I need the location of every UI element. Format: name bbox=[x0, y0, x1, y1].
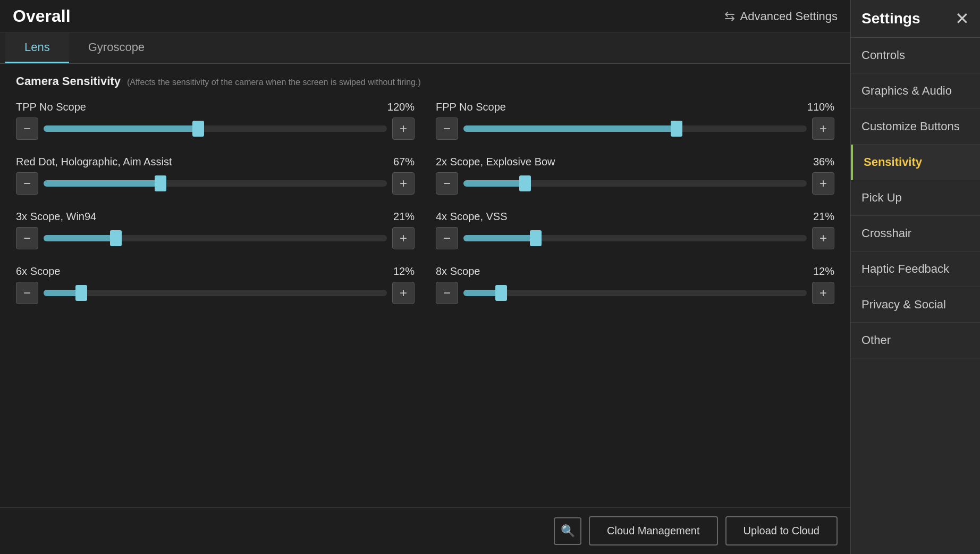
section-title: Camera Sensitivity bbox=[16, 74, 121, 88]
slider-increase-6x-scope[interactable]: + bbox=[392, 282, 415, 304]
slider-label-red-dot: Red Dot, Holographic, Aim Assist bbox=[16, 156, 172, 168]
sidebar-item-haptic-feedback[interactable]: Haptic Feedback bbox=[851, 251, 980, 287]
sidebar-header: Settings ✕ bbox=[851, 0, 980, 38]
slider-label-tpp-no-scope: TPP No Scope bbox=[16, 101, 86, 113]
slider-value-6x-scope: 12% bbox=[393, 265, 415, 278]
slider-increase-2x-scope[interactable]: + bbox=[812, 172, 834, 195]
slider-2x-scope: 2x Scope, Explosive Bow 36% − + bbox=[436, 156, 834, 195]
sidebar-item-pick-up[interactable]: Pick Up bbox=[851, 180, 980, 216]
slider-decrease-4x-scope[interactable]: − bbox=[436, 227, 458, 249]
close-button[interactable]: ✕ bbox=[955, 9, 969, 29]
sidebar-item-crosshair-label: Crosshair bbox=[861, 226, 911, 240]
slider-decrease-tpp-no-scope[interactable]: − bbox=[16, 117, 38, 140]
settings-sidebar: Settings ✕ Controls Graphics & Audio Cus… bbox=[850, 0, 980, 554]
slider-3x-scope: 3x Scope, Win94 21% − + bbox=[16, 211, 415, 249]
advanced-settings-button[interactable]: ⇆ Advanced Settings bbox=[724, 9, 838, 24]
slider-value-3x-scope: 21% bbox=[393, 211, 415, 223]
slider-track-8x-scope[interactable] bbox=[463, 290, 807, 296]
slider-fpp-no-scope: FPP No Scope 110% − + bbox=[436, 101, 834, 140]
slider-track-red-dot[interactable] bbox=[44, 180, 387, 187]
main-content: Overall ⇆ Advanced Settings Lens Gyrosco… bbox=[0, 0, 850, 554]
upload-to-cloud-button[interactable]: Upload to Cloud bbox=[725, 516, 838, 545]
slider-6x-scope: 6x Scope 12% − + bbox=[16, 265, 415, 304]
sidebar-item-other[interactable]: Other bbox=[851, 323, 980, 358]
slider-increase-tpp-no-scope[interactable]: + bbox=[392, 117, 415, 140]
slider-increase-4x-scope[interactable]: + bbox=[812, 227, 834, 249]
sidebar-item-crosshair[interactable]: Crosshair bbox=[851, 216, 980, 251]
advanced-settings-label: Advanced Settings bbox=[740, 10, 838, 23]
sidebar-item-pick-up-label: Pick Up bbox=[861, 191, 902, 205]
slider-increase-8x-scope[interactable]: + bbox=[812, 282, 834, 304]
slider-label-4x-scope: 4x Scope, VSS bbox=[436, 211, 508, 223]
sidebar-item-other-label: Other bbox=[861, 333, 891, 347]
slider-red-dot: Red Dot, Holographic, Aim Assist 67% − + bbox=[16, 156, 415, 195]
slider-value-8x-scope: 12% bbox=[813, 265, 834, 278]
slider-decrease-red-dot[interactable]: − bbox=[16, 172, 38, 195]
sidebar-item-graphics-audio-label: Graphics & Audio bbox=[861, 84, 952, 98]
tabs-container: Lens Gyroscope bbox=[0, 33, 850, 64]
sidebar-item-controls-label: Controls bbox=[861, 48, 905, 62]
slider-track-tpp-no-scope[interactable] bbox=[44, 125, 387, 132]
tab-lens[interactable]: Lens bbox=[5, 33, 69, 63]
slider-value-2x-scope: 36% bbox=[813, 156, 834, 168]
page-title: Overall bbox=[13, 6, 71, 26]
slider-label-2x-scope: 2x Scope, Explosive Bow bbox=[436, 156, 555, 168]
slider-8x-scope: 8x Scope 12% − + bbox=[436, 265, 834, 304]
sidebar-item-privacy-social-label: Privacy & Social bbox=[861, 298, 946, 312]
sidebar-title: Settings bbox=[861, 10, 920, 27]
section-subtitle: (Affects the sensitivity of the camera w… bbox=[127, 78, 421, 87]
sidebar-item-sensitivity-label: Sensitivity bbox=[864, 155, 922, 169]
slider-increase-red-dot[interactable]: + bbox=[392, 172, 415, 195]
slider-track-6x-scope[interactable] bbox=[44, 290, 387, 296]
slider-track-fpp-no-scope[interactable] bbox=[463, 125, 807, 132]
footer: 🔍 Cloud Management Upload to Cloud bbox=[0, 507, 850, 554]
slider-label-8x-scope: 8x Scope bbox=[436, 265, 480, 278]
slider-increase-3x-scope[interactable]: + bbox=[392, 227, 415, 249]
slider-track-4x-scope[interactable] bbox=[463, 235, 807, 241]
slider-increase-fpp-no-scope[interactable]: + bbox=[812, 117, 834, 140]
slider-decrease-8x-scope[interactable]: − bbox=[436, 282, 458, 304]
slider-value-fpp-no-scope: 110% bbox=[807, 101, 834, 113]
header: Overall ⇆ Advanced Settings bbox=[0, 0, 850, 33]
sidebar-item-privacy-social[interactable]: Privacy & Social bbox=[851, 287, 980, 323]
section-header: Camera Sensitivity (Affects the sensitiv… bbox=[16, 74, 834, 90]
sidebar-items-list: Controls Graphics & Audio Customize Butt… bbox=[851, 38, 980, 554]
sidebar-item-customize-buttons[interactable]: Customize Buttons bbox=[851, 109, 980, 145]
slider-decrease-3x-scope[interactable]: − bbox=[16, 227, 38, 249]
sidebar-item-graphics-audio[interactable]: Graphics & Audio bbox=[851, 73, 980, 109]
sidebar-item-customize-buttons-label: Customize Buttons bbox=[861, 120, 960, 133]
slider-decrease-6x-scope[interactable]: − bbox=[16, 282, 38, 304]
slider-value-tpp-no-scope: 120% bbox=[387, 101, 415, 113]
advanced-settings-icon: ⇆ bbox=[724, 9, 735, 24]
slider-decrease-fpp-no-scope[interactable]: − bbox=[436, 117, 458, 140]
sidebar-item-controls[interactable]: Controls bbox=[851, 38, 980, 73]
slider-value-4x-scope: 21% bbox=[813, 211, 834, 223]
slider-label-3x-scope: 3x Scope, Win94 bbox=[16, 211, 96, 223]
slider-4x-scope: 4x Scope, VSS 21% − + bbox=[436, 211, 834, 249]
search-icon: 🔍 bbox=[561, 524, 575, 538]
slider-decrease-2x-scope[interactable]: − bbox=[436, 172, 458, 195]
content-area: Camera Sensitivity (Affects the sensitiv… bbox=[0, 64, 850, 507]
slider-label-6x-scope: 6x Scope bbox=[16, 265, 60, 278]
search-button[interactable]: 🔍 bbox=[554, 517, 581, 545]
sidebar-item-haptic-feedback-label: Haptic Feedback bbox=[861, 262, 949, 276]
slider-value-red-dot: 67% bbox=[393, 156, 415, 168]
sliders-grid: TPP No Scope 120% − + FPP No Scope 110% bbox=[16, 101, 834, 304]
slider-track-3x-scope[interactable] bbox=[44, 235, 387, 241]
slider-track-2x-scope[interactable] bbox=[463, 180, 807, 187]
slider-label-fpp-no-scope: FPP No Scope bbox=[436, 101, 506, 113]
cloud-management-button[interactable]: Cloud Management bbox=[589, 516, 718, 545]
close-icon: ✕ bbox=[955, 9, 969, 28]
tab-gyroscope[interactable]: Gyroscope bbox=[69, 33, 164, 63]
sidebar-item-sensitivity[interactable]: Sensitivity bbox=[851, 145, 980, 180]
slider-tpp-no-scope: TPP No Scope 120% − + bbox=[16, 101, 415, 140]
